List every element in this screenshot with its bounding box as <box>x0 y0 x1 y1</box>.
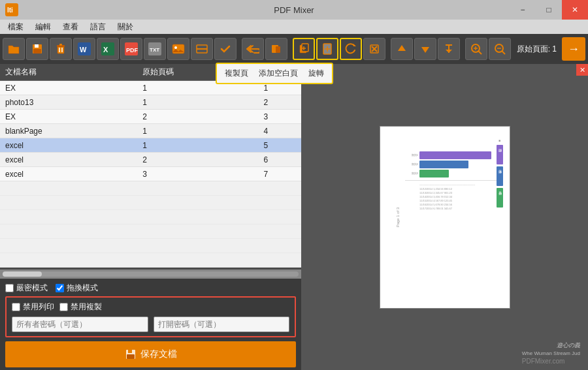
pdf-button[interactable]: PDF <box>120 38 142 60</box>
close-button[interactable]: ✕ <box>562 0 588 20</box>
no-print-label[interactable]: 禁用列印 <box>12 301 54 313</box>
no-copy-label[interactable]: 禁用複製 <box>59 301 102 313</box>
table-scrollbar[interactable] <box>0 270 301 279</box>
cell-orig-page: 2 <box>137 110 258 124</box>
password-row <box>12 316 289 332</box>
pdfmixer-com: PDFMixer.com <box>522 358 580 365</box>
svg-rect-7 <box>59 44 62 46</box>
cell-filename: photo13 <box>0 95 137 110</box>
table-row[interactable]: excel 1 5 <box>0 138 301 153</box>
move-up-button[interactable] <box>391 38 413 60</box>
cell-orig-page: 3 <box>137 167 258 181</box>
remove-button[interactable] <box>363 38 385 60</box>
redo-button[interactable] <box>265 38 287 60</box>
bottom-controls: 嚴密模式 拖換模式 禁用列印 禁用複製 <box>0 279 301 370</box>
excel-button[interactable]: X <box>97 38 119 60</box>
svg-line-45 <box>502 51 505 54</box>
table-row[interactable]: photo13 1 2 <box>0 95 301 110</box>
empty-row <box>0 239 301 253</box>
switch-mode-label[interactable]: 拖換模式 <box>56 283 98 294</box>
delete-button[interactable] <box>50 38 72 60</box>
orig-page-label: 原始頁面: 1 <box>517 44 557 55</box>
svg-text:Iti: Iti <box>7 7 13 14</box>
cell-num: 3 <box>258 110 301 124</box>
cell-filename: excel <box>0 153 137 167</box>
scan-button[interactable] <box>191 38 213 60</box>
panel-close-button[interactable]: ✕ <box>576 64 588 76</box>
blank-page-button[interactable] <box>316 38 338 60</box>
cell-filename: excel <box>0 167 137 181</box>
svg-text:TXT: TXT <box>150 47 159 53</box>
check-button[interactable] <box>214 38 237 60</box>
file-table-body: EX 1 1 photo13 1 2 EX 2 3 blankPage 1 4 … <box>0 81 301 181</box>
word-button[interactable]: W <box>73 38 95 60</box>
open-password-input[interactable] <box>154 316 290 332</box>
svg-text:PDF: PDF <box>126 47 138 54</box>
switch-mode-checkbox[interactable] <box>56 284 64 292</box>
empty-rows-area <box>0 181 301 268</box>
cell-orig-page: 2 <box>137 153 258 167</box>
app-logo: Iti <box>5 3 18 16</box>
scrollbar-thumb[interactable] <box>3 271 42 277</box>
cell-num: 2 <box>258 95 301 110</box>
menu-view[interactable]: 查看 <box>57 20 84 34</box>
preview-content: Page 1 of 3 ■ 類別1 <box>380 127 510 308</box>
no-print-checkbox[interactable] <box>12 303 20 311</box>
cell-orig-page: 1 <box>137 124 258 138</box>
svg-text:W: W <box>80 46 87 54</box>
svg-rect-49 <box>127 354 135 359</box>
svg-rect-3 <box>35 44 39 48</box>
table-row[interactable]: excel 3 7 <box>0 167 301 181</box>
copy-page-button[interactable] <box>293 38 315 60</box>
nav-next-button[interactable]: → <box>562 37 585 61</box>
security-checkboxes: 禁用列印 禁用複製 <box>12 301 289 313</box>
cell-orig-page: 1 <box>137 95 258 110</box>
table-row[interactable]: EX 2 3 <box>0 110 301 124</box>
cell-filename: excel <box>0 138 137 153</box>
cell-num: 4 <box>258 124 301 138</box>
undo-button[interactable] <box>242 38 264 60</box>
strict-mode-label[interactable]: 嚴密模式 <box>5 283 48 294</box>
menu-file[interactable]: 檔案 <box>3 20 29 34</box>
menu-language[interactable]: 語言 <box>85 20 111 34</box>
cell-orig-page: 1 <box>137 138 258 153</box>
tooltip-rotate[interactable]: 旋轉 <box>304 67 328 80</box>
svg-marker-31 <box>353 44 356 46</box>
image-button[interactable] <box>167 38 189 60</box>
file-table-area: 文檔名稱 原始頁碼 EX 1 1 photo13 1 2 EX 2 3 blan… <box>0 64 301 270</box>
cell-num: 6 <box>258 153 301 167</box>
title-bar: Iti PDF Mixer − □ ✕ <box>0 0 588 20</box>
svg-marker-35 <box>398 45 406 51</box>
zoom-out-button[interactable] <box>489 38 511 60</box>
window-title: PDF Mixer <box>274 5 314 15</box>
table-row[interactable]: blankPage 1 4 <box>0 124 301 138</box>
left-panel: 文檔名稱 原始頁碼 EX 1 1 photo13 1 2 EX 2 3 blan… <box>0 64 302 370</box>
move-down-button[interactable] <box>414 38 436 60</box>
tooltip-copy-page[interactable]: 複製頁 <box>221 67 252 80</box>
table-row[interactable]: excel 2 6 <box>0 153 301 167</box>
insert-button[interactable] <box>438 38 460 60</box>
toolbar-right: 原始頁面: 1 → <box>517 37 585 61</box>
rotate-button[interactable] <box>340 38 362 60</box>
maximize-button[interactable]: □ <box>536 0 562 20</box>
svg-line-41 <box>478 51 482 54</box>
no-copy-checkbox[interactable] <box>59 303 68 311</box>
txt-button[interactable]: TXT <box>144 38 166 60</box>
owner-password-input[interactable] <box>12 316 148 332</box>
svg-marker-36 <box>421 47 429 53</box>
menu-about[interactable]: 關於 <box>112 20 139 34</box>
security-section: 禁用列印 禁用複製 <box>5 296 296 337</box>
strict-mode-checkbox[interactable] <box>5 284 14 292</box>
menu-edit[interactable]: 編輯 <box>30 20 56 34</box>
open-button[interactable] <box>3 38 25 60</box>
cell-filename: EX <box>0 81 137 95</box>
save-button[interactable]: 保存文檔 <box>5 341 296 367</box>
minimize-button[interactable]: − <box>510 0 536 20</box>
tooltip-blank-page[interactable]: 添加空白頁 <box>255 67 302 80</box>
scrollbar-track[interactable] <box>3 271 299 277</box>
preview-area: Page 1 of 3 ■ 類別1 <box>380 126 510 309</box>
right-panel: ✕ Page 1 of 3 ■ <box>302 64 588 370</box>
zoom-in-button[interactable] <box>465 38 487 60</box>
svg-text:X: X <box>103 46 108 54</box>
save-file-button[interactable] <box>26 38 48 60</box>
